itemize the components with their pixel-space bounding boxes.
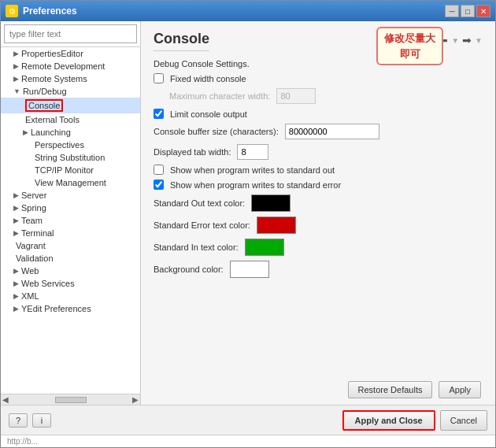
minimize-button[interactable]: ─ — [445, 5, 459, 17]
action-row: Restore Defaults Apply — [154, 381, 483, 398]
expand-arrow: ▶ — [13, 292, 19, 300]
tree-item-tcpip-monitor[interactable]: TCP/IP Monitor — [1, 164, 140, 176]
limit-output-row: Limit console output — [154, 109, 483, 119]
std-out-color-swatch[interactable] — [251, 194, 291, 212]
expand-arrow: ▶ — [13, 75, 19, 83]
url-bar: http://b... — [1, 435, 495, 447]
expand-arrow: ▶ — [13, 305, 19, 313]
window-title: Preferences — [23, 6, 77, 17]
buffer-size-row: Console buffer size (characters): — [154, 124, 483, 139]
close-button[interactable]: ✕ — [476, 5, 490, 17]
bg-color-label: Background color: — [154, 265, 224, 274]
max-char-label: Maximum character width: — [169, 91, 270, 101]
expand-arrow: ▶ — [13, 191, 19, 199]
tree-item-run-debug[interactable]: ▼ Run/Debug — [1, 85, 140, 98]
tree-item-vagrant[interactable]: Vagrant — [1, 239, 140, 252]
expand-arrow: ▶ — [13, 50, 19, 57]
restore-defaults-button[interactable]: Restore Defaults — [348, 381, 433, 398]
tree-item-xml[interactable]: ▶ XML — [1, 290, 140, 302]
tree-item-terminal[interactable]: ▶ Terminal — [1, 227, 140, 239]
tab-width-input[interactable] — [237, 144, 268, 160]
bg-color-swatch[interactable] — [230, 261, 269, 278]
expand-arrow: ▶ — [23, 128, 28, 136]
maximize-button[interactable]: □ — [461, 5, 475, 17]
horizontal-scrollbar[interactable]: ◀ ▶ — [1, 394, 140, 405]
search-box — [1, 21, 140, 47]
tree-item-server[interactable]: ▶ Server — [1, 189, 140, 202]
std-err-color-swatch[interactable] — [257, 217, 296, 234]
bottom-left: ? i — [9, 413, 51, 428]
tree-item-team[interactable]: ▶ Team — [1, 214, 140, 227]
tree-item-launching[interactable]: ▶ Launching — [1, 126, 140, 139]
preferences-window: ⚙ Preferences ─ □ ✕ ▶ PropertiesEditor ▶… — [0, 0, 496, 448]
title-bar: ⚙ Preferences ─ □ ✕ — [1, 1, 495, 21]
tree-item-web[interactable]: ▶ Web — [1, 265, 140, 277]
std-in-color-row: Standard In text color: — [154, 239, 483, 256]
max-char-input — [276, 88, 316, 104]
tree-item-properties-editor[interactable]: ▶ PropertiesEditor — [1, 47, 140, 60]
tree-item-console[interactable]: Console — [1, 98, 140, 113]
show-stdout-row: Show when program writes to standard out — [154, 165, 483, 175]
std-out-color-label: Standard Out text color: — [154, 198, 245, 208]
url-text: http://b... — [7, 437, 38, 446]
panel-header: Console 修改尽量大即可 ⬅ ▼ ➡ ▼ — [154, 31, 483, 59]
nav-separator: ▼ — [451, 36, 459, 45]
tree-item-remote-development[interactable]: ▶ Remote Development — [1, 60, 140, 72]
window-icon: ⚙ — [6, 5, 18, 17]
show-stderr-checkbox[interactable] — [154, 180, 164, 190]
tree-item-external-tools[interactable]: External Tools — [1, 113, 140, 126]
tree-item-validation[interactable]: Validation — [1, 252, 140, 265]
expand-arrow: ▶ — [13, 267, 19, 275]
buffer-size-input[interactable] — [285, 124, 379, 139]
fixed-width-checkbox[interactable] — [154, 73, 164, 83]
show-stderr-label: Show when program writes to standard err… — [170, 180, 341, 190]
bottom-bar: ? i Apply and Close Cancel — [1, 405, 495, 435]
cancel-button[interactable]: Cancel — [440, 410, 487, 431]
show-stdout-checkbox[interactable] — [154, 165, 164, 175]
expand-arrow: ▶ — [13, 204, 19, 212]
bottom-right: Apply and Close Cancel — [342, 410, 487, 431]
nav-forward-dropdown[interactable]: ▼ — [475, 36, 483, 45]
fixed-width-label: Fixed width console — [170, 74, 246, 83]
expand-arrow: ▶ — [13, 280, 19, 287]
show-stdout-label: Show when program writes to standard out — [170, 165, 335, 175]
apply-and-close-button[interactable]: Apply and Close — [342, 410, 435, 431]
info-button[interactable]: i — [32, 413, 51, 428]
panel-title: Console — [154, 31, 209, 51]
std-err-color-label: Standard Error text color: — [154, 220, 250, 230]
scroll-right-arrow[interactable]: ▶ — [132, 395, 139, 404]
annotation-callout: 修改尽量大即可 — [376, 27, 443, 65]
tree-item-string-substitution[interactable]: String Substitution — [1, 151, 140, 164]
nav-forward-button[interactable]: ➡ — [462, 34, 472, 46]
std-in-color-label: Standard In text color: — [154, 243, 239, 252]
apply-button[interactable]: Apply — [439, 381, 481, 398]
tab-width-label: Displayed tab width: — [154, 147, 231, 157]
search-input[interactable] — [4, 24, 137, 43]
bg-color-row: Background color: — [154, 261, 483, 278]
settings-area: Debug Console Settings. Fixed width cons… — [154, 59, 483, 375]
left-panel: ▶ PropertiesEditor ▶ Remote Development … — [1, 21, 141, 405]
tab-width-row: Displayed tab width: — [154, 144, 483, 160]
expand-arrow: ▶ — [13, 229, 19, 237]
tree-item-remote-systems[interactable]: ▶ Remote Systems — [1, 72, 140, 85]
right-panel-wrapper: Console 修改尽量大即可 ⬅ ▼ ➡ ▼ Debug Console Se… — [141, 21, 495, 405]
content-area: ▶ PropertiesEditor ▶ Remote Development … — [1, 21, 495, 405]
scroll-left-arrow[interactable]: ◀ — [2, 395, 9, 404]
tree-item-perspectives[interactable]: Perspectives — [1, 139, 140, 151]
tree-item-web-services[interactable]: ▶ Web Services — [1, 277, 140, 290]
scroll-thumb[interactable] — [55, 397, 87, 403]
tree-area: ▶ PropertiesEditor ▶ Remote Development … — [1, 47, 140, 394]
expand-arrow: ▶ — [13, 217, 19, 224]
std-in-color-swatch[interactable] — [245, 239, 284, 256]
help-button[interactable]: ? — [9, 413, 28, 428]
max-char-row: Maximum character width: — [154, 88, 483, 104]
tree-item-view-management[interactable]: View Management — [1, 176, 140, 189]
expand-arrow: ▼ — [13, 87, 20, 95]
limit-output-label: Limit console output — [170, 109, 247, 119]
tree-item-spring[interactable]: ▶ Spring — [1, 202, 140, 214]
buffer-label: Console buffer size (characters): — [154, 127, 279, 136]
limit-output-checkbox[interactable] — [154, 109, 164, 119]
expand-arrow: ▶ — [13, 62, 19, 70]
nav-arrows: 修改尽量大即可 ⬅ ▼ ➡ ▼ — [439, 34, 483, 46]
tree-item-yedit-preferences[interactable]: ▶ YEdit Preferences — [1, 302, 140, 315]
